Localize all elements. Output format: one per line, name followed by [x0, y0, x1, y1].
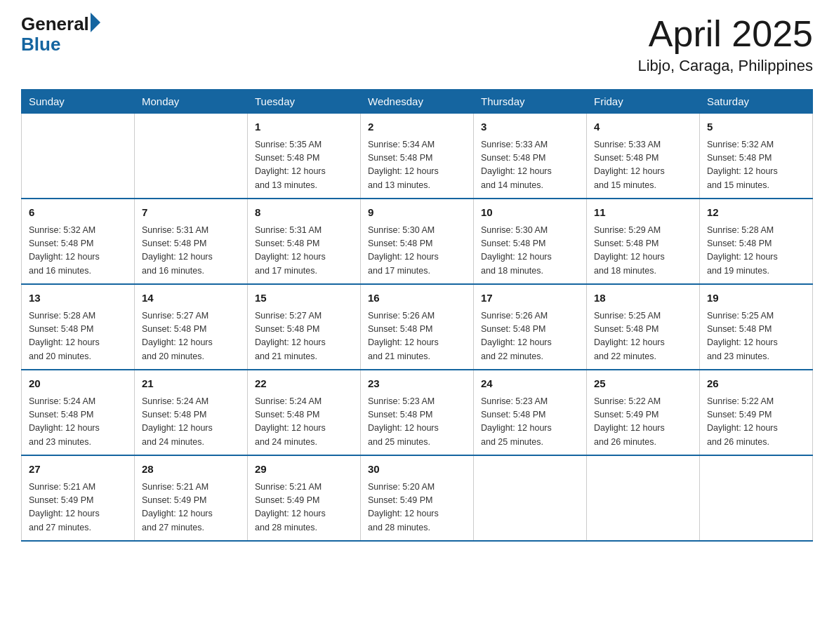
calendar-cell: 8Sunrise: 5:31 AM Sunset: 5:48 PM Daylig…	[248, 199, 361, 284]
calendar-cell: 7Sunrise: 5:31 AM Sunset: 5:48 PM Daylig…	[135, 199, 248, 284]
calendar-cell: 3Sunrise: 5:33 AM Sunset: 5:48 PM Daylig…	[474, 114, 587, 199]
day-number: 10	[481, 205, 579, 221]
calendar-cell: 30Sunrise: 5:20 AM Sunset: 5:49 PM Dayli…	[361, 455, 474, 541]
day-info: Sunrise: 5:29 AM Sunset: 5:48 PM Dayligh…	[594, 224, 692, 279]
day-number: 28	[142, 462, 240, 478]
calendar-cell: 18Sunrise: 5:25 AM Sunset: 5:48 PM Dayli…	[587, 284, 700, 370]
weekday-header-saturday: Saturday	[700, 90, 813, 114]
calendar-cell: 25Sunrise: 5:22 AM Sunset: 5:49 PM Dayli…	[587, 370, 700, 455]
calendar-cell: 27Sunrise: 5:21 AM Sunset: 5:49 PM Dayli…	[22, 455, 135, 541]
day-info: Sunrise: 5:20 AM Sunset: 5:49 PM Dayligh…	[368, 481, 466, 535]
page-header: General Blue April 2025 Libjo, Caraga, P…	[21, 14, 813, 75]
weekday-header-wednesday: Wednesday	[361, 90, 474, 114]
day-number: 19	[707, 290, 805, 307]
calendar-cell	[135, 114, 248, 199]
day-number: 3	[481, 119, 579, 135]
day-info: Sunrise: 5:32 AM Sunset: 5:48 PM Dayligh…	[707, 138, 805, 193]
day-number: 6	[29, 205, 127, 221]
weekday-header-sunday: Sunday	[22, 90, 135, 114]
day-number: 29	[255, 462, 353, 478]
calendar-cell: 28Sunrise: 5:21 AM Sunset: 5:49 PM Dayli…	[135, 455, 248, 541]
day-number: 13	[29, 290, 127, 307]
day-number: 27	[29, 462, 127, 478]
day-number: 11	[594, 205, 692, 221]
day-info: Sunrise: 5:34 AM Sunset: 5:48 PM Dayligh…	[368, 138, 466, 193]
calendar-cell: 22Sunrise: 5:24 AM Sunset: 5:48 PM Dayli…	[248, 370, 361, 455]
day-number: 24	[481, 376, 579, 392]
day-info: Sunrise: 5:21 AM Sunset: 5:49 PM Dayligh…	[142, 481, 240, 535]
day-number: 12	[707, 205, 805, 221]
logo-triangle-icon	[91, 13, 100, 32]
calendar-cell: 16Sunrise: 5:26 AM Sunset: 5:48 PM Dayli…	[361, 284, 474, 370]
calendar-cell: 24Sunrise: 5:23 AM Sunset: 5:48 PM Dayli…	[474, 370, 587, 455]
calendar-cell: 10Sunrise: 5:30 AM Sunset: 5:48 PM Dayli…	[474, 199, 587, 284]
day-info: Sunrise: 5:23 AM Sunset: 5:48 PM Dayligh…	[481, 395, 579, 450]
calendar-week-3: 13Sunrise: 5:28 AM Sunset: 5:48 PM Dayli…	[22, 284, 813, 370]
page-subtitle: Libjo, Caraga, Philippines	[638, 57, 814, 75]
day-number: 2	[368, 119, 466, 135]
day-info: Sunrise: 5:21 AM Sunset: 5:49 PM Dayligh…	[29, 481, 127, 535]
calendar-cell: 26Sunrise: 5:22 AM Sunset: 5:49 PM Dayli…	[700, 370, 813, 455]
calendar-week-2: 6Sunrise: 5:32 AM Sunset: 5:48 PM Daylig…	[22, 199, 813, 284]
calendar-cell	[474, 455, 587, 541]
day-info: Sunrise: 5:33 AM Sunset: 5:48 PM Dayligh…	[481, 138, 579, 193]
calendar-cell: 4Sunrise: 5:33 AM Sunset: 5:48 PM Daylig…	[587, 114, 700, 199]
day-info: Sunrise: 5:24 AM Sunset: 5:48 PM Dayligh…	[29, 395, 127, 450]
weekday-header-tuesday: Tuesday	[248, 90, 361, 114]
logo-general-text: General	[21, 14, 89, 34]
day-info: Sunrise: 5:21 AM Sunset: 5:49 PM Dayligh…	[255, 481, 353, 535]
logo: General Blue	[21, 14, 100, 54]
day-info: Sunrise: 5:28 AM Sunset: 5:48 PM Dayligh…	[29, 309, 127, 364]
calendar-cell: 2Sunrise: 5:34 AM Sunset: 5:48 PM Daylig…	[361, 114, 474, 199]
calendar-cell: 11Sunrise: 5:29 AM Sunset: 5:48 PM Dayli…	[587, 199, 700, 284]
day-number: 4	[594, 119, 692, 135]
calendar-table: SundayMondayTuesdayWednesdayThursdayFrid…	[21, 89, 813, 542]
day-number: 20	[29, 376, 127, 392]
calendar-cell: 12Sunrise: 5:28 AM Sunset: 5:48 PM Dayli…	[700, 199, 813, 284]
day-number: 5	[707, 119, 805, 135]
day-info: Sunrise: 5:25 AM Sunset: 5:48 PM Dayligh…	[594, 309, 692, 364]
calendar-cell: 21Sunrise: 5:24 AM Sunset: 5:48 PM Dayli…	[135, 370, 248, 455]
day-number: 18	[594, 290, 692, 307]
calendar-cell: 15Sunrise: 5:27 AM Sunset: 5:48 PM Dayli…	[248, 284, 361, 370]
day-info: Sunrise: 5:31 AM Sunset: 5:48 PM Dayligh…	[142, 224, 240, 279]
calendar-week-5: 27Sunrise: 5:21 AM Sunset: 5:49 PM Dayli…	[22, 455, 813, 541]
calendar-header-row: SundayMondayTuesdayWednesdayThursdayFrid…	[22, 90, 813, 114]
calendar-cell: 29Sunrise: 5:21 AM Sunset: 5:49 PM Dayli…	[248, 455, 361, 541]
day-info: Sunrise: 5:27 AM Sunset: 5:48 PM Dayligh…	[142, 309, 240, 364]
day-info: Sunrise: 5:35 AM Sunset: 5:48 PM Dayligh…	[255, 138, 353, 193]
page-title: April 2025	[638, 14, 814, 54]
day-info: Sunrise: 5:27 AM Sunset: 5:48 PM Dayligh…	[255, 309, 353, 364]
day-number: 9	[368, 205, 466, 221]
day-info: Sunrise: 5:31 AM Sunset: 5:48 PM Dayligh…	[255, 224, 353, 279]
day-number: 25	[594, 376, 692, 392]
calendar-cell: 19Sunrise: 5:25 AM Sunset: 5:48 PM Dayli…	[700, 284, 813, 370]
day-number: 15	[255, 290, 353, 307]
calendar-week-1: 1Sunrise: 5:35 AM Sunset: 5:48 PM Daylig…	[22, 114, 813, 199]
day-info: Sunrise: 5:28 AM Sunset: 5:48 PM Dayligh…	[707, 224, 805, 279]
day-number: 14	[142, 290, 240, 307]
title-block: April 2025 Libjo, Caraga, Philippines	[638, 14, 814, 75]
calendar-cell: 20Sunrise: 5:24 AM Sunset: 5:48 PM Dayli…	[22, 370, 135, 455]
day-number: 23	[368, 376, 466, 392]
calendar-cell: 23Sunrise: 5:23 AM Sunset: 5:48 PM Dayli…	[361, 370, 474, 455]
day-info: Sunrise: 5:24 AM Sunset: 5:48 PM Dayligh…	[255, 395, 353, 450]
weekday-header-monday: Monday	[135, 90, 248, 114]
day-number: 1	[255, 119, 353, 135]
day-info: Sunrise: 5:22 AM Sunset: 5:49 PM Dayligh…	[707, 395, 805, 450]
calendar-cell: 5Sunrise: 5:32 AM Sunset: 5:48 PM Daylig…	[700, 114, 813, 199]
day-info: Sunrise: 5:33 AM Sunset: 5:48 PM Dayligh…	[594, 138, 692, 193]
day-number: 21	[142, 376, 240, 392]
calendar-cell	[700, 455, 813, 541]
calendar-cell: 17Sunrise: 5:26 AM Sunset: 5:48 PM Dayli…	[474, 284, 587, 370]
day-number: 26	[707, 376, 805, 392]
calendar-cell: 6Sunrise: 5:32 AM Sunset: 5:48 PM Daylig…	[22, 199, 135, 284]
day-info: Sunrise: 5:24 AM Sunset: 5:48 PM Dayligh…	[142, 395, 240, 450]
calendar-cell: 9Sunrise: 5:30 AM Sunset: 5:48 PM Daylig…	[361, 199, 474, 284]
day-number: 7	[142, 205, 240, 221]
day-number: 30	[368, 462, 466, 478]
weekday-header-friday: Friday	[587, 90, 700, 114]
day-info: Sunrise: 5:25 AM Sunset: 5:48 PM Dayligh…	[707, 309, 805, 364]
day-info: Sunrise: 5:32 AM Sunset: 5:48 PM Dayligh…	[29, 224, 127, 279]
calendar-cell: 14Sunrise: 5:27 AM Sunset: 5:48 PM Dayli…	[135, 284, 248, 370]
